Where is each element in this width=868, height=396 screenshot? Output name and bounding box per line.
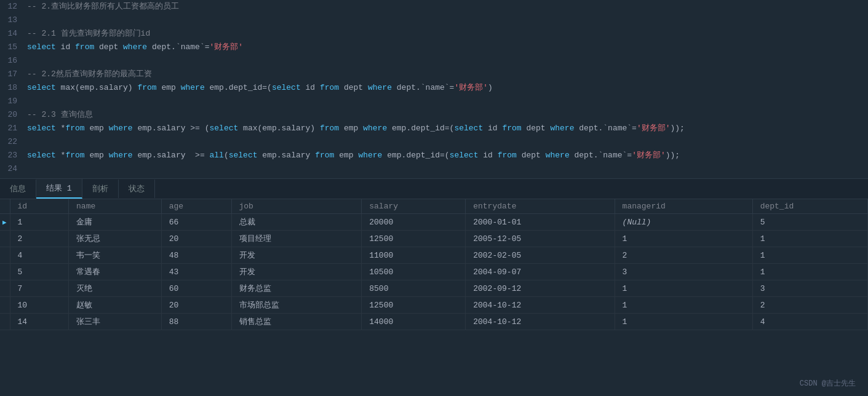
line-content: -- 2.2然后查询财务部的最高工资	[25, 68, 868, 81]
code-line-24: 24	[0, 162, 868, 176]
col-salary: salary	[362, 199, 466, 214]
cell-salary: 14000	[362, 314, 466, 330]
line-number: 17	[0, 68, 25, 81]
cell-managerid: 1	[615, 280, 752, 297]
cell-job: 开发	[231, 247, 362, 264]
tab-status[interactable]: 状态	[119, 180, 155, 198]
col-marker	[0, 199, 10, 214]
col-entrydate: entrydate	[466, 199, 615, 214]
cell-salary: 20000	[362, 214, 466, 231]
row-marker	[0, 280, 10, 297]
cell-job: 财务总监	[231, 280, 362, 297]
line-content: select *from emp where emp.salary >= (se…	[25, 122, 868, 135]
table-row: 5 常遇春 43 开发 10500 2004-09-07 3 1	[0, 264, 868, 280]
cell-salary: 11000	[362, 247, 466, 264]
cell-name: 赵敏	[69, 297, 162, 314]
table-row: ▶ 1 金庸 66 总裁 20000 2000-01-01 (Null) 5	[0, 214, 868, 231]
line-number: 12	[0, 0, 25, 14]
cell-job: 市场部总监	[231, 297, 362, 314]
cell-dept-id: 1	[752, 231, 867, 247]
cell-entrydate: 2002-09-12	[466, 280, 615, 297]
line-content: -- 2.1 首先查询财务部的部门id	[25, 27, 868, 41]
cell-age: 20	[161, 231, 231, 247]
bottom-panel: 信息 结果 1 剖析 状态 id name age job salary ent…	[0, 178, 868, 330]
row-marker	[0, 231, 10, 247]
tab-results[interactable]: 结果 1	[36, 179, 82, 199]
cell-id: 1	[10, 214, 69, 231]
cell-entrydate: 2004-10-12	[466, 297, 615, 314]
col-managerid: managerid	[615, 199, 752, 214]
table-row: 4 韦一笑 48 开发 11000 2002-02-05 2 1	[0, 247, 868, 264]
cell-name: 常遇春	[69, 264, 162, 280]
table-header-row: id name age job salary entrydate manager…	[0, 199, 868, 214]
cell-entrydate: 2000-01-01	[466, 214, 615, 231]
col-id: id	[10, 199, 69, 214]
cell-name: 张三丰	[69, 314, 162, 330]
csdn-watermark: CSDN @吉士先生	[800, 378, 856, 389]
cell-name: 灭绝	[69, 280, 162, 297]
table-row: 10 赵敏 20 市场部总监 12500 2004-10-12 1 2	[0, 297, 868, 314]
cell-id: 10	[10, 297, 69, 314]
col-dept-id: dept_id	[752, 199, 867, 214]
cell-entrydate: 2005-12-05	[466, 231, 615, 247]
cell-dept-id: 1	[752, 247, 867, 264]
line-number: 13	[0, 14, 25, 27]
cell-id: 7	[10, 280, 69, 297]
cell-job: 项目经理	[231, 231, 362, 247]
line-content: -- 2.查询比财务部所有人工资都高的员工	[25, 0, 868, 14]
row-marker	[0, 297, 10, 314]
cell-id: 5	[10, 264, 69, 280]
cell-managerid: (Null)	[615, 214, 752, 231]
cell-salary: 12500	[362, 297, 466, 314]
cell-id: 4	[10, 247, 69, 264]
results-table: id name age job salary entrydate manager…	[0, 199, 868, 330]
cell-dept-id: 5	[752, 214, 867, 231]
line-number: 19	[0, 95, 25, 108]
editor-area: 12 -- 2.查询比财务部所有人工资都高的员工 13 14 -- 2.1 首先…	[0, 0, 868, 176]
cell-salary: 12500	[362, 231, 466, 247]
cell-salary: 8500	[362, 280, 466, 297]
row-marker	[0, 264, 10, 280]
code-line-18: 18 select max(emp.salary) from emp where…	[0, 81, 868, 95]
line-number: 18	[0, 81, 25, 95]
table-row: 7 灭绝 60 财务总监 8500 2002-09-12 1 3	[0, 280, 868, 297]
line-number: 21	[0, 122, 25, 135]
code-line-13: 13	[0, 14, 868, 27]
tab-info[interactable]: 信息	[0, 180, 36, 198]
code-line-19: 19	[0, 95, 868, 108]
cell-entrydate: 2004-09-07	[466, 264, 615, 280]
cell-name: 金庸	[69, 214, 162, 231]
tab-profiling[interactable]: 剖析	[82, 180, 119, 198]
cell-salary: 10500	[362, 264, 466, 280]
row-marker	[0, 247, 10, 264]
line-number: 16	[0, 54, 25, 68]
code-line-17: 17 -- 2.2然后查询财务部的最高工资	[0, 68, 868, 81]
cell-entrydate: 2002-02-05	[466, 247, 615, 264]
line-number: 22	[0, 135, 25, 149]
cell-managerid: 3	[615, 264, 752, 280]
table-row: 2 张无忌 20 项目经理 12500 2005-12-05 1 1	[0, 231, 868, 247]
cell-dept-id: 1	[752, 264, 867, 280]
cell-entrydate: 2004-10-12	[466, 314, 615, 330]
col-name: name	[69, 199, 162, 214]
row-marker	[0, 314, 10, 330]
row-marker: ▶	[0, 214, 10, 231]
cell-job: 销售总监	[231, 314, 362, 330]
cell-managerid: 1	[615, 314, 752, 330]
cell-job: 总裁	[231, 214, 362, 231]
code-line-21: 21 select *from emp where emp.salary >= …	[0, 122, 868, 135]
line-content: select id from dept where dept.`name`='财…	[25, 41, 868, 54]
code-line-14: 14 -- 2.1 首先查询财务部的部门id	[0, 27, 868, 41]
cell-id: 2	[10, 231, 69, 247]
line-content: select *from emp where emp.salary >= all…	[25, 149, 868, 162]
cell-age: 20	[161, 297, 231, 314]
line-number: 23	[0, 149, 25, 162]
tabs-bar: 信息 结果 1 剖析 状态	[0, 179, 868, 199]
cell-managerid: 2	[615, 247, 752, 264]
code-line-23: 23 select *from emp where emp.salary >= …	[0, 149, 868, 162]
cell-job: 开发	[231, 264, 362, 280]
cell-name: 张无忌	[69, 231, 162, 247]
line-content: select max(emp.salary) from emp where em…	[25, 81, 868, 95]
cell-dept-id: 2	[752, 297, 867, 314]
code-line-16: 16	[0, 54, 868, 68]
